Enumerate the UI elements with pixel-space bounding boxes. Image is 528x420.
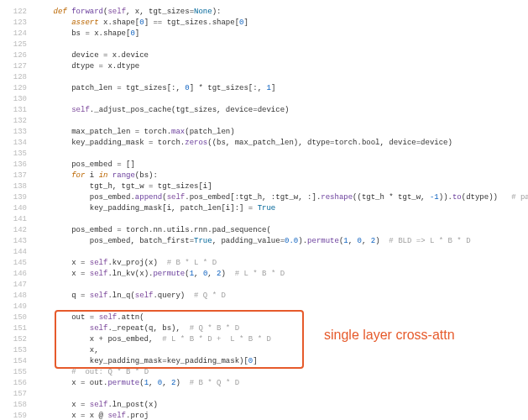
line-number: 152 — [0, 334, 35, 345]
code-content: key_padding_mask[i, patch_len[i]:] = Tru… — [35, 203, 528, 214]
line-number: 144 — [0, 247, 35, 258]
code-content — [35, 39, 528, 50]
line-number: 138 — [0, 181, 35, 192]
code-content: pos_embed = torch.nn.utils.rnn.pad_seque… — [35, 225, 528, 236]
code-content — [35, 116, 528, 127]
line-number: 147 — [0, 280, 35, 291]
line-number: 142 — [0, 225, 35, 236]
line-number: 130 — [0, 94, 35, 105]
code-line: 139 pos_embed.append(self.pos_embed[:tgt… — [0, 192, 528, 203]
code-content: pos_embed = [] — [35, 160, 528, 171]
code-line: 138 tgt_h, tgt_w = tgt_sizes[i] — [0, 181, 528, 192]
line-number: 140 — [0, 203, 35, 214]
code-line: 159 x = x @ self.proj — [0, 411, 528, 420]
line-number: 150 — [0, 312, 35, 323]
code-line: 144 — [0, 247, 528, 258]
code-line: 156 x = out.permute(1, 0, 2) # B * Q * D — [0, 378, 528, 389]
line-number: 151 — [0, 323, 35, 334]
code-line: 124 bs = x.shape[0] — [0, 29, 528, 39]
code-content: device = x.device — [35, 50, 528, 61]
line-number: 145 — [0, 258, 35, 269]
code-area: 122 def forward(self, x, tgt_sizes=None)… — [0, 0, 528, 420]
line-number: 127 — [0, 61, 35, 72]
code-line: 132 — [0, 116, 528, 127]
code-content: x = self.ln_kv(x).permute(1, 0, 2) # L *… — [35, 269, 528, 280]
line-number: 122 — [0, 7, 35, 18]
line-number: 135 — [0, 149, 35, 160]
code-line: 140 key_padding_mask[i, patch_len[i]:] =… — [0, 203, 528, 214]
code-line: 146 x = self.ln_kv(x).permute(1, 0, 2) #… — [0, 269, 528, 280]
code-line: 153 x, — [0, 345, 528, 356]
code-content: x = x @ self.proj — [35, 411, 528, 420]
code-content: x = self.kv_proj(x) # B * L * D — [35, 258, 528, 269]
code-line: 125 — [0, 39, 528, 50]
code-line: 133 max_patch_len = torch.max(patch_len) — [0, 127, 528, 138]
code-content: patch_len = tgt_sizes[:, 0] * tgt_sizes[… — [35, 83, 528, 94]
code-line: 147 — [0, 280, 528, 291]
code-line: 155 # out: Q * B * D — [0, 367, 528, 378]
annotation-label: single layer cross-attn — [324, 328, 455, 343]
code-content: tgt_h, tgt_w = tgt_sizes[i] — [35, 181, 528, 192]
code-line: 154 key_padding_mask=key_padding_mask)[0… — [0, 356, 528, 367]
code-content: x = out.permute(1, 0, 2) # B * Q * D — [35, 378, 528, 389]
line-number: 125 — [0, 39, 35, 50]
line-number: 143 — [0, 236, 35, 247]
code-content — [35, 94, 528, 105]
line-number: 132 — [0, 116, 35, 127]
code-content: q = self.ln_q(self.query) # Q * D — [35, 291, 528, 302]
code-content: dtype = x.dtype — [35, 61, 528, 72]
code-content: self._adjust_pos_cache(tgt_sizes, device… — [35, 105, 528, 116]
code-line: 143 pos_embed, batch_first=True, padding… — [0, 236, 528, 247]
line-number: 155 — [0, 367, 35, 378]
line-number: 148 — [0, 291, 35, 302]
line-number: 126 — [0, 50, 35, 61]
code-content: pos_embed, batch_first=True, padding_val… — [35, 236, 528, 247]
code-line: 145 x = self.kv_proj(x) # B * L * D — [0, 258, 528, 269]
code-content — [35, 72, 528, 83]
code-content: x, — [35, 345, 528, 356]
code-line: 137 for i in range(bs): — [0, 171, 528, 181]
code-content: bs = x.shape[0] — [35, 29, 528, 39]
screenshot-root: 122 def forward(self, x, tgt_sizes=None)… — [0, 0, 528, 420]
code-line: 141 — [0, 214, 528, 225]
line-number: 131 — [0, 105, 35, 116]
line-number: 157 — [0, 389, 35, 400]
code-line: 135 — [0, 149, 528, 160]
code-content — [35, 280, 528, 291]
code-content — [35, 302, 528, 312]
line-number: 153 — [0, 345, 35, 356]
line-number: 141 — [0, 214, 35, 225]
line-number: 128 — [0, 72, 35, 83]
code-content — [35, 247, 528, 258]
code-line: 127 dtype = x.dtype — [0, 61, 528, 72]
code-content: assert x.shape[0] == tgt_sizes.shape[0] — [35, 18, 528, 29]
code-line: 134 key_padding_mask = torch.zeros((bs, … — [0, 138, 528, 149]
line-number: 123 — [0, 18, 35, 29]
line-number: 136 — [0, 160, 35, 171]
code-content: key_padding_mask=key_padding_mask)[0] — [35, 356, 528, 367]
code-line: 128 — [0, 72, 528, 83]
code-line: 142 pos_embed = torch.nn.utils.rnn.pad_s… — [0, 225, 528, 236]
line-number: 137 — [0, 171, 35, 181]
code-line: 136 pos_embed = [] — [0, 160, 528, 171]
code-line: 157 — [0, 389, 528, 400]
code-content: key_padding_mask = torch.zeros((bs, max_… — [35, 138, 528, 149]
code-line: 129 patch_len = tgt_sizes[:, 0] * tgt_si… — [0, 83, 528, 94]
code-line: 131 self._adjust_pos_cache(tgt_sizes, de… — [0, 105, 528, 116]
line-number: 129 — [0, 83, 35, 94]
line-number: 154 — [0, 356, 35, 367]
code-content: out = self.attn( — [35, 312, 528, 323]
code-content — [35, 214, 528, 225]
line-number: 134 — [0, 138, 35, 149]
code-content: x = self.ln_post(x) — [35, 400, 528, 411]
code-line: 150 out = self.attn( — [0, 312, 528, 323]
code-content: max_patch_len = torch.max(patch_len) — [35, 127, 528, 138]
code-line: 158 x = self.ln_post(x) — [0, 400, 528, 411]
code-content: for i in range(bs): — [35, 171, 528, 181]
line-number: 156 — [0, 378, 35, 389]
code-line: 148 q = self.ln_q(self.query) # Q * D — [0, 291, 528, 302]
line-number: 124 — [0, 29, 35, 39]
code-line: 126 device = x.device — [0, 50, 528, 61]
line-number: 133 — [0, 127, 35, 138]
code-content: def forward(self, x, tgt_sizes=None): — [35, 7, 528, 18]
